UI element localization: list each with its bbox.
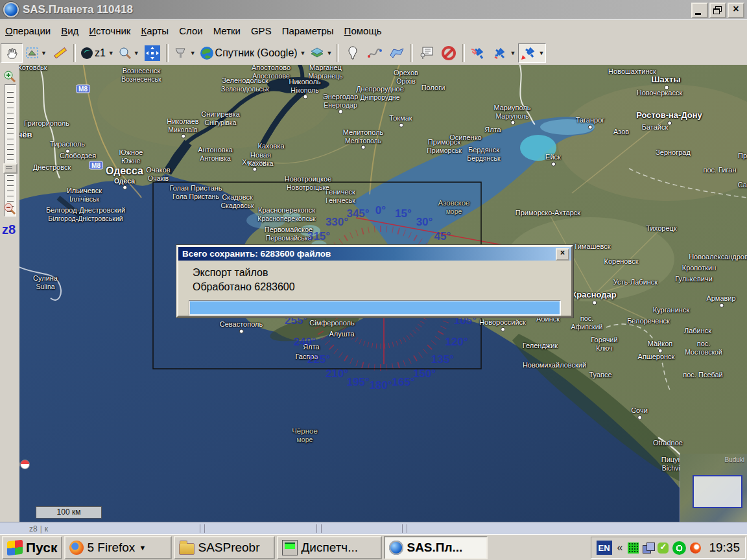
map-label: ОчаковОчакiв xyxy=(146,166,170,182)
map-label: ЮжноеЮжне xyxy=(119,148,143,165)
scale-bar: 100 км xyxy=(36,506,102,519)
map-label: СулинаSulina xyxy=(33,274,58,290)
compass-degree-label: 0° xyxy=(375,204,386,217)
gps-device-button[interactable]: ▼ xyxy=(172,44,197,62)
zoom-sidebar: z8 xyxy=(0,65,20,522)
polygon-button[interactable] xyxy=(386,44,407,62)
map-label: Азовскоеморе xyxy=(438,199,470,215)
map-label: Батайск xyxy=(642,123,669,132)
city-dot xyxy=(303,94,307,99)
tray-grid-icon[interactable] xyxy=(628,542,639,554)
taskbar-button[interactable]: SASPreobr xyxy=(174,536,275,559)
tray-network-icon[interactable] xyxy=(643,542,654,554)
menu-item[interactable]: GPS xyxy=(246,23,277,39)
map-label: Белореченск xyxy=(627,317,670,325)
map-label: НиколаевМиколаїв xyxy=(167,117,198,134)
city-dot xyxy=(361,145,366,149)
sign-board-icon xyxy=(419,45,434,61)
firefox-icon xyxy=(69,541,84,555)
map-label: Голая ПристаньГола Пристань xyxy=(169,184,222,200)
zoom-in-icon[interactable] xyxy=(3,70,16,83)
map-label: ОдессаОдеса xyxy=(106,165,143,185)
path-button[interactable] xyxy=(364,44,385,62)
map-label: ЭнергодарЕнергодар xyxy=(323,93,359,109)
selection-tool-button[interactable]: ▼ xyxy=(24,44,48,62)
toolbar: ▼ z1 ▼ ▼ ▼ Спутник (Google) ▼ xyxy=(0,41,747,65)
minimap-viewport-rect[interactable] xyxy=(693,475,742,508)
menu-item[interactable]: Помощь xyxy=(339,23,387,39)
map-label: НикопольНікополь xyxy=(289,78,320,94)
ruler-icon xyxy=(53,46,67,60)
menu-item[interactable]: Метки xyxy=(208,23,246,39)
menu-item[interactable]: Вид xyxy=(56,23,84,39)
window-titlebar[interactable]: SAS.Планета 110418 × xyxy=(0,0,747,19)
city-dot xyxy=(551,161,556,166)
layers-button[interactable]: ▼ xyxy=(309,44,334,62)
city-dot xyxy=(664,85,669,89)
menu-item[interactable]: Карты xyxy=(136,23,174,39)
map-label: Майкоп xyxy=(648,340,673,348)
dialog-titlebar[interactable]: Всего сохранить: 6283600 файлов × xyxy=(178,247,571,261)
language-indicator[interactable]: EN xyxy=(597,541,612,555)
gps-track-button[interactable]: ▼ xyxy=(490,44,517,62)
hide-marks-button[interactable] xyxy=(438,44,459,62)
fullscreen-button[interactable] xyxy=(142,44,163,62)
gps-follow-button[interactable]: ▼ xyxy=(518,43,546,63)
map-source-button[interactable]: Спутник (Google) ▼ xyxy=(198,44,307,62)
map-label: Новочеркасск xyxy=(637,89,683,97)
status-separator: | xyxy=(40,524,42,533)
marker-red-icon[interactable] xyxy=(20,460,30,469)
map-source-label: Спутник (Google) xyxy=(215,47,298,59)
magnifier-button[interactable]: ▼ xyxy=(117,44,141,62)
selection-rect-icon xyxy=(25,46,40,60)
taskbar-button[interactable]: 5 Firefox▼ xyxy=(64,536,172,559)
menu-item[interactable]: Операции xyxy=(0,23,56,39)
taskbar-button[interactable]: SAS.Пл... xyxy=(384,536,488,559)
taskbar-button[interactable]: Диспетч... xyxy=(277,536,382,559)
system-tray: EN « 19:35 xyxy=(591,537,746,559)
menu-item[interactable]: Параметры xyxy=(277,23,339,39)
map-label: Краснодар xyxy=(571,290,616,300)
map-label: Ялта xyxy=(484,126,501,134)
minimize-button[interactable] xyxy=(691,3,708,18)
dialog-close-button[interactable]: × xyxy=(556,248,569,261)
city-dot xyxy=(637,415,642,419)
map-label: Гулькевичи xyxy=(675,275,713,283)
tray-chevron[interactable]: « xyxy=(617,542,623,554)
map-label: Кореновск xyxy=(604,257,639,266)
dropdown-arrow-icon: ▼ xyxy=(327,50,333,56)
placemark-manager-button[interactable] xyxy=(416,44,437,62)
start-button[interactable]: Пуск xyxy=(2,536,62,559)
tray-antivirus-icon[interactable] xyxy=(672,541,686,555)
desktop: SAS.Планета 110418 × ОперацииВидИсточник… xyxy=(0,0,747,560)
zoom-level-button[interactable]: z1 ▼ xyxy=(79,44,115,62)
menu-item[interactable]: Источник xyxy=(84,23,136,39)
ruler-tool-button[interactable] xyxy=(49,44,70,62)
tray-updater-icon[interactable] xyxy=(690,542,701,554)
map-label: Новомихайловский xyxy=(523,361,586,369)
pan-tool-button[interactable] xyxy=(1,43,23,63)
gps-connect-button[interactable] xyxy=(468,44,489,62)
status-text: к xyxy=(45,524,48,533)
map-label: Ейск xyxy=(545,153,561,161)
zoom-level-indicator: z8 xyxy=(2,222,16,237)
restore-button[interactable] xyxy=(709,3,726,18)
windows-logo-icon xyxy=(7,540,23,556)
zoom-slider-thumb[interactable] xyxy=(3,163,18,174)
map-label: Сімферополь xyxy=(309,319,354,327)
menu-item[interactable]: Слои xyxy=(174,23,208,39)
close-button[interactable]: × xyxy=(728,3,744,18)
map-label: Otradnoe xyxy=(653,439,683,447)
map-label: НовотроицкоеНовотроїцьке xyxy=(285,175,332,191)
zoom-slider-track[interactable] xyxy=(5,84,16,216)
city-dot xyxy=(588,124,593,129)
hand-icon xyxy=(5,46,19,60)
map-label: ОреховОріхів xyxy=(394,69,418,85)
minimap[interactable]: Buduki xyxy=(680,454,747,522)
tray-messenger-icon[interactable] xyxy=(658,542,669,554)
map-label: СкадовскСкадовськ xyxy=(221,193,254,209)
polygon-icon xyxy=(388,46,405,60)
map-label: ВознесенскВознесенськ xyxy=(121,67,161,83)
placemark-button[interactable] xyxy=(342,44,363,62)
zoom-out-icon[interactable] xyxy=(3,202,16,215)
